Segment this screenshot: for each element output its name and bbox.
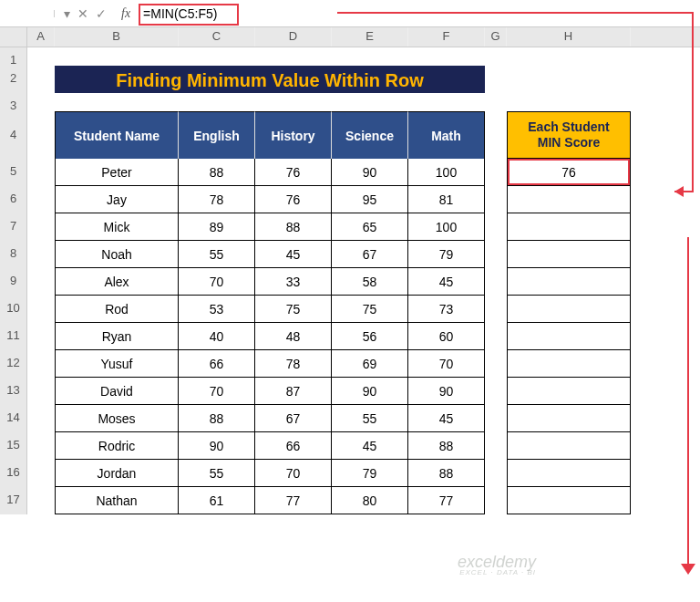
row-header-7[interactable]: 7	[0, 213, 27, 241]
cell-math[interactable]: 88	[408, 460, 485, 487]
cell-history[interactable]: 45	[255, 241, 332, 268]
col-header-B[interactable]: B	[55, 27, 179, 47]
col-header-H[interactable]: H	[507, 27, 631, 47]
cell-science[interactable]: 75	[332, 296, 408, 323]
cell-science[interactable]: 67	[332, 241, 408, 268]
fx-label[interactable]: fx	[116, 6, 136, 21]
cell-math[interactable]: 60	[408, 323, 485, 350]
cell-name[interactable]: Moses	[55, 405, 179, 432]
cell-name[interactable]: Rodric	[55, 432, 179, 460]
cell-name[interactable]: David	[55, 378, 179, 405]
row-header-5[interactable]: 5	[0, 159, 27, 186]
cell-math[interactable]: 73	[408, 296, 485, 323]
cell-min[interactable]	[507, 296, 631, 323]
row-header-17[interactable]: 17	[0, 487, 27, 514]
cell-H5-min-result[interactable]: 76	[507, 159, 631, 186]
cell-science[interactable]: 45	[332, 432, 408, 460]
cell-min[interactable]	[507, 487, 631, 514]
select-all-corner[interactable]	[0, 27, 27, 47]
cell-math[interactable]: 70	[408, 350, 485, 378]
cell-english[interactable]: 55	[179, 241, 255, 268]
cell-history[interactable]: 66	[255, 432, 332, 460]
row-header-3[interactable]: 3	[0, 93, 27, 111]
cell-english[interactable]: 70	[179, 378, 255, 405]
cell-name[interactable]: Yusuf	[55, 350, 179, 378]
row-header-9[interactable]: 9	[0, 268, 27, 296]
cell-english[interactable]: 40	[179, 323, 255, 350]
cell-science[interactable]: 90	[332, 378, 408, 405]
cell-english[interactable]: 55	[179, 460, 255, 487]
cell-history[interactable]: 70	[255, 460, 332, 487]
row-header-4[interactable]: 4	[0, 111, 27, 159]
cell-math[interactable]: 100	[408, 159, 485, 186]
cell-history[interactable]: 76	[255, 159, 332, 186]
cell-name[interactable]: Alex	[55, 268, 179, 296]
cell-english[interactable]: 53	[179, 296, 255, 323]
dropdown-icon[interactable]: ▾	[64, 6, 70, 21]
col-header-C[interactable]: C	[179, 27, 255, 47]
cell-name[interactable]: Noah	[55, 241, 179, 268]
cell-english[interactable]: 66	[179, 350, 255, 378]
cell-min[interactable]	[507, 213, 631, 241]
cell-name[interactable]: Nathan	[55, 487, 179, 514]
row-header-6[interactable]: 6	[0, 186, 27, 213]
col-header-F[interactable]: F	[408, 27, 485, 47]
cell-min[interactable]	[507, 432, 631, 460]
cell-history[interactable]: 48	[255, 323, 332, 350]
row-header-12[interactable]: 12	[0, 350, 27, 378]
col-header-A[interactable]: A	[27, 27, 55, 47]
col-header-D[interactable]: D	[255, 27, 332, 47]
cell-science[interactable]: 55	[332, 405, 408, 432]
cell-science[interactable]: 65	[332, 213, 408, 241]
cell-math[interactable]: 100	[408, 213, 485, 241]
cell-name[interactable]: Mick	[55, 213, 179, 241]
row-header-14[interactable]: 14	[0, 405, 27, 432]
row-header-2[interactable]: 2	[0, 66, 27, 93]
cell-name[interactable]: Ryan	[55, 323, 179, 350]
cell-math[interactable]: 79	[408, 241, 485, 268]
cell-math[interactable]: 90	[408, 378, 485, 405]
cell-history[interactable]: 67	[255, 405, 332, 432]
cell-name[interactable]: Rod	[55, 296, 179, 323]
row-header-16[interactable]: 16	[0, 460, 27, 487]
cell-math[interactable]: 77	[408, 487, 485, 514]
cell-science[interactable]: 95	[332, 186, 408, 213]
cell-history[interactable]: 77	[255, 487, 332, 514]
cell-science[interactable]: 79	[332, 460, 408, 487]
cell-science[interactable]: 69	[332, 350, 408, 378]
row-header-10[interactable]: 10	[0, 296, 27, 323]
cell-english[interactable]: 90	[179, 432, 255, 460]
cell-min[interactable]	[507, 186, 631, 213]
cancel-icon[interactable]: ✕	[77, 6, 88, 21]
row-header-13[interactable]: 13	[0, 378, 27, 405]
cell-min[interactable]	[507, 405, 631, 432]
row-header-15[interactable]: 15	[0, 432, 27, 460]
cell-english[interactable]: 61	[179, 487, 255, 514]
cell-min[interactable]	[507, 350, 631, 378]
cell-math[interactable]: 81	[408, 186, 485, 213]
cell-min[interactable]	[507, 323, 631, 350]
cell-min[interactable]	[507, 241, 631, 268]
cell-history[interactable]: 33	[255, 268, 332, 296]
cell-history[interactable]: 76	[255, 186, 332, 213]
col-header-E[interactable]: E	[332, 27, 408, 47]
col-header-G[interactable]: G	[485, 27, 507, 47]
cell-name[interactable]: Jordan	[55, 460, 179, 487]
cell-math[interactable]: 88	[408, 432, 485, 460]
name-box[interactable]	[0, 10, 55, 17]
cell-min[interactable]	[507, 378, 631, 405]
cell-min[interactable]	[507, 460, 631, 487]
row-header-1[interactable]: 1	[0, 47, 27, 66]
cell-min[interactable]	[507, 268, 631, 296]
cell-name[interactable]: Peter	[55, 159, 179, 186]
cell-english[interactable]: 88	[179, 159, 255, 186]
cell-name[interactable]: Jay	[55, 186, 179, 213]
cell-history[interactable]: 75	[255, 296, 332, 323]
cell-history[interactable]: 78	[255, 350, 332, 378]
row-header-11[interactable]: 11	[0, 323, 27, 350]
cell-english[interactable]: 88	[179, 405, 255, 432]
cell-history[interactable]: 87	[255, 378, 332, 405]
formula-input[interactable]: =MIN(C5:F5)	[136, 3, 700, 25]
cell-english[interactable]: 78	[179, 186, 255, 213]
cell-science[interactable]: 80	[332, 487, 408, 514]
